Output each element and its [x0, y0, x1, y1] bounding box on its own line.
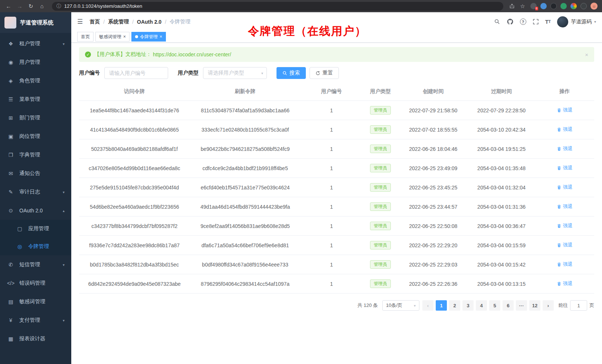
sidebar-item-role[interactable]: ◈角色管理	[0, 72, 71, 90]
sidebar-item-post[interactable]: ▣岗位管理	[0, 127, 71, 146]
extension-icon-gray[interactable]	[580, 3, 587, 9]
cell-access-token: c347026e805e4d99b0d116eae66eda8c	[79, 159, 190, 178]
cell-access-token: f9336e7c7dd242a283ee98dc86b17a87	[79, 236, 190, 255]
cell-user-id: 1	[301, 120, 363, 139]
page-button-5[interactable]: 5	[489, 300, 500, 311]
cell-user-id: 1	[301, 101, 363, 120]
help-doc-icon[interactable]: ?	[520, 19, 526, 25]
cell-create-time: 2022-06-25 23:49:09	[399, 159, 468, 178]
force-logout-button[interactable]: 强退	[557, 203, 573, 210]
extension-icon[interactable]: 6	[530, 3, 537, 9]
tab-close-icon[interactable]: ×	[160, 34, 162, 39]
extension-icon-blue[interactable]	[540, 3, 547, 9]
next-page-button[interactable]: ›	[543, 300, 554, 311]
breadcrumb-item[interactable]: OAuth 2.0	[137, 19, 161, 25]
sidebar-item-tenant[interactable]: ❖租户管理▾	[0, 34, 71, 53]
page-button-3[interactable]: 3	[462, 300, 474, 311]
force-logout-button[interactable]: 强退	[557, 280, 573, 287]
cell-user-type: 管理员	[362, 255, 398, 274]
sidebar-item-user[interactable]: ◉用户管理	[0, 53, 71, 72]
sidebar-item-dict[interactable]: ❐字典管理	[0, 146, 71, 164]
force-logout-button[interactable]: 强退	[557, 184, 573, 191]
force-logout-button[interactable]: 强退	[557, 126, 573, 133]
search-button[interactable]: 搜索	[277, 67, 306, 79]
browser-toolbar: ← → ↻ ⌂ ⓘ 127.0.0.1:1024/system/oauth2/t…	[0, 0, 602, 12]
doc-link[interactable]: https://doc.iocoder.cn/user-center/	[153, 52, 231, 57]
back-icon[interactable]: ←	[4, 3, 13, 9]
github-icon[interactable]	[507, 18, 514, 25]
hamburger-icon[interactable]: ☰	[77, 18, 83, 26]
force-logout-button[interactable]: 强退	[557, 145, 573, 152]
sidebar-item-error-code[interactable]: </>错误码管理	[0, 274, 71, 292]
tab-home[interactable]: 首页	[77, 32, 94, 42]
refresh-icon	[315, 71, 320, 76]
page-button-1[interactable]: 1	[436, 300, 447, 311]
prev-page-button[interactable]: ‹	[422, 300, 433, 311]
force-logout-button[interactable]: 强退	[557, 261, 573, 268]
breadcrumb-item[interactable]: 系统管理	[108, 19, 129, 25]
reset-button[interactable]: 重置	[310, 67, 339, 79]
sidebar-item-dept[interactable]: ⊞部门管理	[0, 109, 71, 127]
forward-icon[interactable]: →	[16, 3, 24, 9]
extension-icon-colorful[interactable]	[570, 3, 577, 9]
site-info-icon[interactable]: ⓘ	[56, 3, 61, 10]
sidebar-item-report-designer[interactable]: ▦报表设计器	[0, 330, 71, 348]
app-logo[interactable]: 芋道管理系统	[0, 12, 71, 33]
page-button-2[interactable]: 2	[449, 300, 460, 311]
goto-page-input[interactable]	[570, 300, 587, 311]
table-row: 6d842e2924594de9a09e45e087323abe8796295f…	[79, 274, 594, 294]
user-icon: ◉	[7, 59, 15, 65]
cell-create-time: 2022-06-25 22:29:03	[399, 255, 468, 274]
force-logout-label: 强退	[563, 184, 573, 191]
force-logout-button[interactable]: 强退	[557, 107, 573, 113]
cell-user-type: 管理员	[362, 139, 398, 159]
reload-icon[interactable]: ↻	[27, 3, 35, 10]
force-logout-button[interactable]: 强退	[557, 222, 573, 229]
tab-close-icon[interactable]: ×	[123, 34, 126, 39]
force-logout-button[interactable]: 强退	[557, 165, 573, 171]
home-icon[interactable]: ⌂	[38, 3, 46, 9]
user-type-select[interactable]: 请选择用户类型 ▾	[203, 67, 267, 79]
alert-close-icon[interactable]: ×	[585, 52, 588, 58]
user-type-badge: 管理员	[370, 202, 391, 211]
address-bar[interactable]: ⓘ 127.0.0.1:1024/system/oauth2/token	[52, 2, 503, 11]
cell-user-type: 管理员	[362, 236, 398, 255]
page-button-12[interactable]: 12	[529, 300, 540, 311]
tab-sensitive-word[interactable]: 敏感词管理×	[95, 32, 130, 42]
sidebar-item-payment[interactable]: ¥支付管理▾	[0, 311, 71, 330]
extension-icon-dark[interactable]	[550, 3, 557, 9]
user-menu[interactable]: 芋道源码 ▾	[557, 16, 596, 27]
sidebar-item-notice[interactable]: ✉通知公告	[0, 164, 71, 183]
role-icon: ◈	[7, 78, 15, 84]
user-type-badge: 管理员	[370, 222, 391, 230]
sidebar-item-oauth2[interactable]: ⊙OAuth 2.0▴	[0, 201, 71, 220]
page-size-select[interactable]: 10条/页 ▾	[382, 300, 419, 311]
sidebar-item-oauth2-application[interactable]: ▢应用管理	[0, 220, 71, 238]
sidebar-item-sms[interactable]: ✆短信管理▾	[0, 255, 71, 274]
cell-expire-time: 2054-03-04 00:13:15	[468, 274, 535, 294]
tab-token[interactable]: 令牌管理×	[131, 32, 166, 42]
sidebar-item-oauth2-token[interactable]: ◎令牌管理	[0, 238, 71, 255]
sidebar-item-menu[interactable]: ☰菜单管理	[0, 90, 71, 109]
column-header: 用户编号	[301, 83, 363, 101]
font-size-icon[interactable]: TT	[545, 19, 551, 25]
cell-user-id: 1	[301, 236, 363, 255]
sidebar-item-audit-log[interactable]: ✎审计日志▾	[0, 183, 71, 201]
breadcrumb-item[interactable]: 首页	[89, 19, 100, 25]
user-name: 芋道源码	[571, 19, 592, 25]
cell-create-time: 2022-07-29 21:58:50	[399, 101, 468, 120]
page-ellipsis[interactable]: ···	[516, 300, 527, 311]
sidebar-item-sensitive-word[interactable]: ▤敏感词管理	[0, 292, 71, 311]
browser-profile-avatar[interactable]: ☺	[590, 3, 598, 10]
extension-icon-green[interactable]	[560, 3, 567, 9]
page-button-4[interactable]: 4	[476, 300, 487, 311]
search-icon[interactable]	[494, 19, 500, 25]
share-icon[interactable]	[509, 3, 515, 9]
force-logout-button[interactable]: 强退	[557, 242, 573, 248]
fullscreen-icon[interactable]	[533, 19, 539, 25]
user-id-input[interactable]	[104, 67, 168, 79]
page-content: ✓ 【用户体系】文档地址： https://doc.iocoder.cn/use…	[71, 43, 602, 311]
page-button-6[interactable]: 6	[503, 300, 514, 311]
cell-refresh-token: 49d1aa46d1454fbd87591444423be9fa	[190, 197, 300, 216]
bookmark-star-icon[interactable]: ☆	[518, 3, 527, 10]
